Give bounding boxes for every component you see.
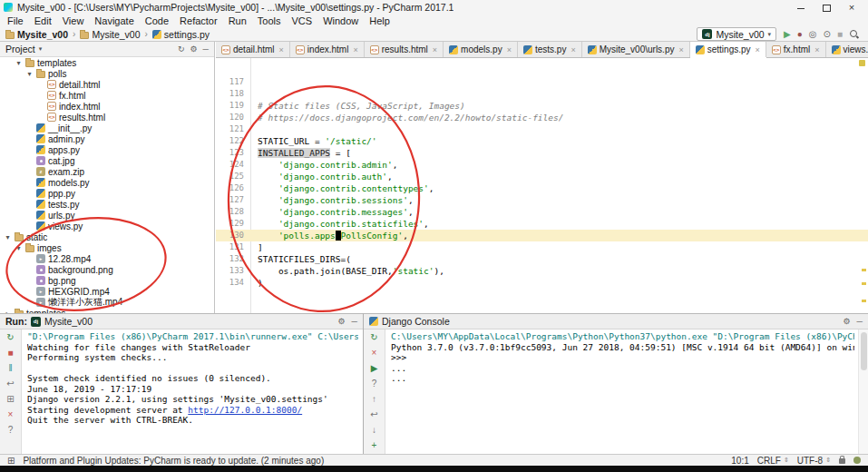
stop-icon[interactable]: ■ xyxy=(7,348,13,359)
close-icon[interactable]: × xyxy=(8,409,14,420)
stop-cross-icon[interactable]: × xyxy=(372,348,377,359)
expanded-arrow-icon[interactable]: ▾ xyxy=(25,70,34,78)
code-line[interactable]: 117 xyxy=(216,76,868,88)
code-line[interactable]: 131] xyxy=(216,241,868,253)
restore-layout-icon[interactable]: ⊞ xyxy=(6,394,14,405)
menu-edit[interactable]: Edit xyxy=(29,15,57,26)
tree-item-init-py[interactable]: __init__.py xyxy=(0,123,214,133)
menu-run[interactable]: Run xyxy=(223,15,252,26)
code-line[interactable]: 124 'django.contrib.admin', xyxy=(216,159,868,171)
code-line[interactable]: 134) xyxy=(216,277,868,289)
code-line[interactable]: 120# https://docs.djangoproject.com/en/2… xyxy=(216,112,868,123)
hide-icon[interactable]: ─ xyxy=(857,316,863,327)
tree-item-admin-py[interactable]: admin.py xyxy=(0,133,214,144)
close-tab-icon[interactable]: × xyxy=(353,45,357,54)
tree-item-detail-html[interactable]: detail.html xyxy=(0,79,214,90)
code-line[interactable]: 122STATIC_URL = '/static/' xyxy=(216,135,868,147)
settings-icon[interactable]: ⚙ xyxy=(338,316,346,327)
search-icon[interactable] xyxy=(850,30,859,39)
tab-results-html[interactable]: results.html× xyxy=(365,42,444,57)
warning-stripe-mark[interactable] xyxy=(862,282,866,285)
django-console-output[interactable]: C:\Users\MY\AppData\Local\Programs\Pytho… xyxy=(386,329,859,454)
close-tab-icon[interactable]: × xyxy=(279,45,284,54)
close-tab-icon[interactable]: × xyxy=(814,45,819,54)
tab-index-html[interactable]: index.html× xyxy=(290,42,365,57)
menu-navigate[interactable]: Navigate xyxy=(89,15,139,26)
tab-detail-html[interactable]: detail.html× xyxy=(216,42,290,57)
history-up-icon[interactable]: ↑ xyxy=(372,394,376,405)
tab-models-py[interactable]: models.py× xyxy=(444,42,518,57)
soft-wrap-icon[interactable]: ↩ xyxy=(6,379,14,389)
tab-mysite-v00-urls-py[interactable]: Mysite_v00\urls.py× xyxy=(582,42,690,57)
tree-item-fx-html[interactable]: fx.html xyxy=(0,90,214,101)
tree-item-imges[interactable]: ▾imges xyxy=(0,242,214,253)
minimize-button[interactable] xyxy=(788,0,814,15)
project-panel-title[interactable]: Project xyxy=(5,44,35,54)
run-config-selector[interactable]: dj Mysite_v00 ▾ xyxy=(697,27,776,41)
refresh-icon[interactable]: ↻ xyxy=(178,44,185,54)
close-tab-icon[interactable]: × xyxy=(571,45,575,54)
execute-icon[interactable]: ▶ xyxy=(371,363,378,374)
restore-button[interactable] xyxy=(814,0,839,15)
menu-tools[interactable]: Tools xyxy=(252,15,287,26)
tree-item-cat-jpg[interactable]: cat.jpg xyxy=(0,155,214,166)
django-console-title[interactable]: Django Console xyxy=(382,316,450,327)
expanded-arrow-icon[interactable]: ▾ xyxy=(4,233,12,241)
code-area[interactable]: 117118119# Static files (CSS, JavaScript… xyxy=(216,58,868,289)
tab-tests-py[interactable]: tests.py× xyxy=(518,42,582,57)
tree-item-apps-py[interactable]: apps.py xyxy=(0,144,214,155)
close-button[interactable]: × xyxy=(839,0,864,15)
scrollbar-thumb[interactable] xyxy=(861,332,867,370)
inspection-indicator[interactable] xyxy=(859,60,865,66)
caret-position[interactable]: 10:1 xyxy=(731,456,748,466)
chevron-down-icon[interactable]: ▾ xyxy=(39,45,43,53)
code-line[interactable]: 125 'django.contrib.auth', xyxy=(216,171,868,182)
rerun-icon[interactable]: ↻ xyxy=(6,332,14,343)
soft-wrap-icon[interactable]: ↩ xyxy=(370,409,377,420)
tab-settings-py[interactable]: settings.py× xyxy=(690,42,766,57)
encoding[interactable]: UTF-8 xyxy=(797,456,823,466)
code-line[interactable]: 121 xyxy=(216,123,868,135)
expanded-arrow-icon[interactable]: ▾ xyxy=(15,244,23,252)
close-tab-icon[interactable]: × xyxy=(756,45,760,54)
add-icon[interactable]: + xyxy=(372,440,377,451)
settings-icon[interactable]: ⚙ xyxy=(190,44,198,54)
tree-item-background-png[interactable]: background.png xyxy=(0,264,214,275)
settings-icon[interactable]: ⚙ xyxy=(844,316,851,327)
expanded-arrow-icon[interactable]: ▾ xyxy=(15,59,23,67)
close-tab-icon[interactable]: × xyxy=(507,45,512,54)
menu-window[interactable]: Window xyxy=(317,15,364,26)
help-icon[interactable]: ? xyxy=(8,425,14,436)
debug-icon[interactable]: ● xyxy=(797,29,803,40)
code-line[interactable]: 130 'polls.apps.PollsConfig', xyxy=(216,230,868,241)
hide-icon[interactable]: ─ xyxy=(352,316,357,327)
scrollbar[interactable] xyxy=(858,329,868,454)
tree-item-templates[interactable]: ▾templates xyxy=(0,57,214,68)
coverage-icon[interactable]: ◎ xyxy=(809,29,817,40)
tree-item-tests-py[interactable]: tests.py xyxy=(0,199,214,210)
tree-item-bg-png[interactable]: bg.png xyxy=(0,275,214,286)
run-console-output[interactable]: "D:\Program Files (x86)\PyCharm 2017.1\b… xyxy=(23,329,363,454)
menu-code[interactable]: Code xyxy=(140,15,174,26)
stop-disabled-icon[interactable]: ■ xyxy=(837,29,843,40)
code-line[interactable]: 132STATICFILES_DIRS=( xyxy=(216,253,868,265)
menu-vcs[interactable]: VCS xyxy=(287,15,318,26)
tree-item-mp4[interactable]: 懒洋洋小灰猫.mp4 xyxy=(0,297,214,308)
menu-view[interactable]: View xyxy=(57,15,90,26)
code-line[interactable]: 119# Static files (CSS, JavaScript, Imag… xyxy=(216,100,868,112)
lock-icon[interactable] xyxy=(839,458,845,464)
close-tab-icon[interactable]: × xyxy=(678,45,683,54)
editor[interactable]: 117118119# Static files (CSS, JavaScript… xyxy=(216,58,868,313)
breadcrumb-item[interactable]: settings.py xyxy=(152,29,210,40)
code-line[interactable]: 133 os.path.join(BASE_DIR,'static'), xyxy=(216,265,868,277)
profile-icon[interactable]: ⊙ xyxy=(824,29,831,40)
tree-item-12-28-mp4[interactable]: 12.28.mp4 xyxy=(0,253,214,264)
code-line[interactable]: 127 'django.contrib.sessions', xyxy=(216,194,868,206)
tree-item-ppp-py[interactable]: ppp.py xyxy=(0,188,214,199)
console-link[interactable]: http://127.0.0.1:8000/ xyxy=(188,405,302,415)
help-icon[interactable]: ? xyxy=(372,379,377,389)
warning-stripe-mark[interactable] xyxy=(862,300,866,302)
menu-refactor[interactable]: Refactor xyxy=(174,15,223,26)
line-separator[interactable]: CRLF xyxy=(757,456,781,466)
rerun-icon[interactable]: ↻ xyxy=(370,332,377,343)
